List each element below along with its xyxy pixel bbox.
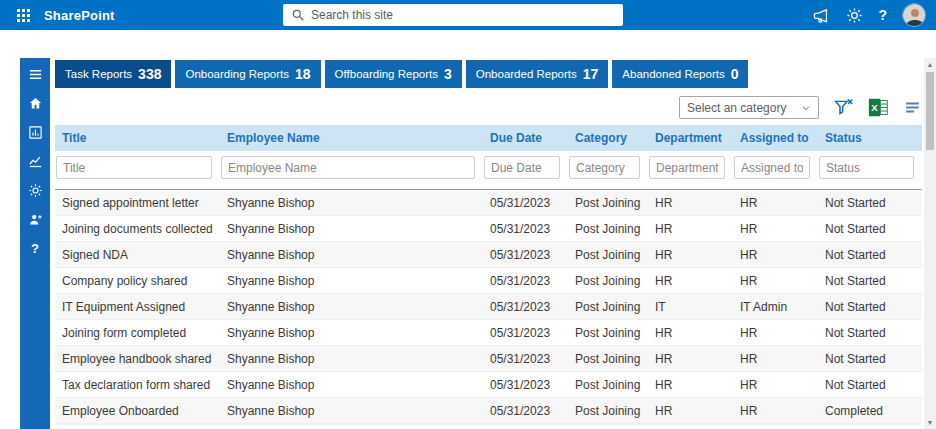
cell: Shyanne Bishop bbox=[220, 398, 483, 424]
help-icon[interactable]: ? bbox=[27, 240, 43, 256]
cell: HR bbox=[648, 268, 733, 294]
filter-row bbox=[55, 151, 922, 190]
cell: Not Started bbox=[818, 242, 922, 268]
cell: HR bbox=[648, 398, 733, 424]
filter-input-category[interactable] bbox=[569, 156, 640, 179]
report-tabs: Task Reports338Onboarding Reports18Offbo… bbox=[55, 60, 922, 88]
filter-input-department[interactable] bbox=[649, 156, 725, 179]
cell: Employee handbook shared bbox=[55, 346, 220, 372]
table-header-row: TitleEmployee NameDue DateCategoryDepart… bbox=[55, 125, 922, 151]
category-select[interactable]: Select an category bbox=[679, 96, 819, 119]
menu-icon[interactable] bbox=[27, 66, 43, 82]
partial-row bbox=[55, 424, 922, 429]
toolbar: Select an category X bbox=[55, 96, 922, 119]
table-row[interactable]: Employee OnboardedShyanne Bishop05/31/20… bbox=[55, 398, 922, 424]
cell: Shyanne Bishop bbox=[220, 346, 483, 372]
cell: Shyanne Bishop bbox=[220, 320, 483, 346]
cell: Signed NDA bbox=[55, 242, 220, 268]
filter-input-assigned-to[interactable] bbox=[734, 156, 810, 179]
cell: IT Equipment Assigned bbox=[55, 294, 220, 320]
scroll-thumb[interactable] bbox=[926, 72, 934, 150]
scroll-up-arrow[interactable]: ▲ bbox=[924, 58, 936, 71]
cell: Post Joining bbox=[568, 372, 648, 398]
cell: HR bbox=[733, 190, 818, 216]
tab-task-reports[interactable]: Task Reports338 bbox=[55, 60, 171, 88]
user-avatar[interactable] bbox=[902, 3, 926, 27]
column-header-due-date[interactable]: Due Date bbox=[483, 125, 568, 151]
cell: Not Started bbox=[818, 294, 922, 320]
search-icon bbox=[291, 8, 305, 22]
table-row[interactable]: IT Equipment AssignedShyanne Bishop05/31… bbox=[55, 294, 922, 320]
column-header-category[interactable]: Category bbox=[568, 125, 648, 151]
tab-count: 0 bbox=[731, 66, 739, 82]
cell: Joining documents collected bbox=[55, 216, 220, 242]
filter-input-status[interactable] bbox=[819, 156, 914, 179]
table-body: Signed appointment letterShyanne Bishop0… bbox=[55, 190, 922, 424]
cell: HR bbox=[733, 320, 818, 346]
cell: Shyanne Bishop bbox=[220, 190, 483, 216]
filter-cell bbox=[55, 151, 220, 190]
filter-input-employee-name[interactable] bbox=[221, 156, 475, 179]
column-header-department[interactable]: Department bbox=[648, 125, 733, 151]
cell: Not Started bbox=[818, 190, 922, 216]
bar-chart-icon[interactable] bbox=[27, 124, 43, 140]
table-row[interactable]: Joining form completedShyanne Bishop05/3… bbox=[55, 320, 922, 346]
cell: Post Joining bbox=[568, 190, 648, 216]
tab-label: Onboarding Reports bbox=[185, 68, 289, 80]
tab-count: 18 bbox=[295, 66, 311, 82]
table-row[interactable]: Tax declaration form sharedShyanne Bisho… bbox=[55, 372, 922, 398]
cell: 05/31/2023 bbox=[483, 242, 568, 268]
column-header-title[interactable]: Title bbox=[55, 125, 220, 151]
line-chart-icon[interactable] bbox=[27, 153, 43, 169]
category-select-value: Select an category bbox=[687, 101, 786, 115]
list-menu-icon[interactable] bbox=[903, 98, 922, 117]
tab-abandoned-reports[interactable]: Abandoned Reports0 bbox=[612, 60, 748, 88]
table-row[interactable]: Employee handbook sharedShyanne Bishop05… bbox=[55, 346, 922, 372]
scroll-down-arrow[interactable]: ▼ bbox=[924, 416, 936, 429]
cell: Post Joining bbox=[568, 398, 648, 424]
tab-label: Abandoned Reports bbox=[622, 68, 724, 80]
cell: HR bbox=[648, 216, 733, 242]
filter-cell bbox=[733, 151, 818, 190]
app-launcher-icon[interactable] bbox=[8, 0, 38, 30]
column-header-employee-name[interactable]: Employee Name bbox=[220, 125, 483, 151]
cell: HR bbox=[648, 372, 733, 398]
app-name: SharePoint bbox=[44, 8, 115, 23]
cell: HR bbox=[648, 346, 733, 372]
search-input[interactable] bbox=[311, 8, 615, 22]
table-row[interactable]: Signed NDAShyanne Bishop05/31/2023Post J… bbox=[55, 242, 922, 268]
table-row[interactable]: Signed appointment letterShyanne Bishop0… bbox=[55, 190, 922, 216]
filter-input-title[interactable] bbox=[56, 156, 212, 179]
home-icon[interactable] bbox=[27, 95, 43, 111]
cell: Shyanne Bishop bbox=[220, 216, 483, 242]
cell: HR bbox=[733, 398, 818, 424]
tab-onboarded-reports[interactable]: Onboarded Reports17 bbox=[466, 60, 609, 88]
clear-filter-icon[interactable] bbox=[833, 97, 854, 118]
excel-export-icon[interactable]: X bbox=[868, 97, 889, 118]
cell: Not Started bbox=[818, 268, 922, 294]
cell: Company policy shared bbox=[55, 268, 220, 294]
cell: Shyanne Bishop bbox=[220, 268, 483, 294]
cell: 05/31/2023 bbox=[483, 216, 568, 242]
user-admin-icon[interactable] bbox=[27, 211, 43, 227]
announcement-icon[interactable] bbox=[812, 6, 830, 24]
filter-input-due-date[interactable] bbox=[484, 156, 560, 179]
cell: Not Started bbox=[818, 320, 922, 346]
cell: 05/31/2023 bbox=[483, 268, 568, 294]
column-header-status[interactable]: Status bbox=[818, 125, 922, 151]
cell: Not Started bbox=[818, 346, 922, 372]
column-header-assigned-to[interactable]: Assigned to bbox=[733, 125, 818, 151]
settings-icon[interactable] bbox=[27, 182, 43, 198]
table-row[interactable]: Company policy sharedShyanne Bishop05/31… bbox=[55, 268, 922, 294]
cell: 05/31/2023 bbox=[483, 320, 568, 346]
cell: Not Started bbox=[818, 216, 922, 242]
tab-onboarding-reports[interactable]: Onboarding Reports18 bbox=[175, 60, 320, 88]
tab-count: 3 bbox=[444, 66, 452, 82]
table-row[interactable]: Joining documents collectedShyanne Bisho… bbox=[55, 216, 922, 242]
content: Task Reports338Onboarding Reports18Offbo… bbox=[55, 60, 922, 429]
cell: Shyanne Bishop bbox=[220, 242, 483, 268]
tab-offboarding-reports[interactable]: Offboarding Reports3 bbox=[325, 60, 462, 88]
cell: Post Joining bbox=[568, 320, 648, 346]
help-icon[interactable]: ? bbox=[878, 7, 887, 23]
settings-icon[interactable] bbox=[845, 6, 863, 24]
